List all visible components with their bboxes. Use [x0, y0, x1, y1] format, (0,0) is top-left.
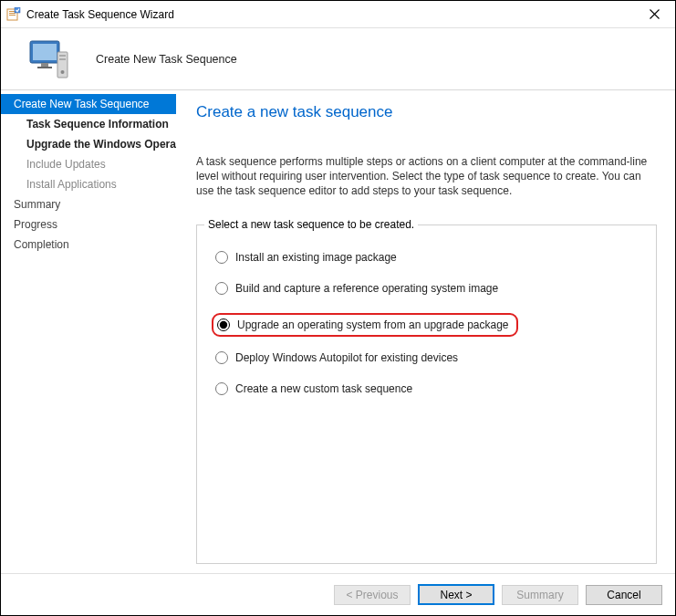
cancel-button[interactable]: Cancel [586, 585, 662, 605]
wizard-footer: < Previous Next > Summary Cancel [1, 573, 675, 615]
option-build-capture[interactable]: Build and capture a reference operating … [215, 282, 641, 295]
svg-rect-11 [59, 58, 66, 60]
summary-button: Summary [502, 585, 578, 605]
svg-point-12 [61, 70, 65, 74]
wizard-header-title: Create New Task Sequence [96, 53, 237, 66]
step-completion[interactable]: Completion [1, 235, 176, 255]
radio-custom[interactable] [215, 382, 228, 395]
option-install-image[interactable]: Install an existing image package [215, 251, 641, 264]
app-icon [6, 7, 21, 22]
radio-label: Create a new custom task sequence [235, 382, 412, 395]
svg-rect-8 [37, 67, 52, 68]
step-task-sequence-information[interactable]: Task Sequence Information [1, 114, 176, 134]
close-button[interactable] [640, 2, 668, 27]
wizard-icon [26, 37, 70, 81]
wizard-main: Create a new task sequence A task sequen… [176, 90, 675, 573]
task-sequence-options-group: Select a new task sequence to be created… [196, 224, 657, 564]
page-heading: Create a new task sequence [196, 103, 657, 121]
option-upgrade-os[interactable]: Upgrade an operating system from an upgr… [212, 313, 518, 337]
page-description: A task sequence performs multiple steps … [196, 154, 657, 199]
option-custom[interactable]: Create a new custom task sequence [215, 382, 641, 395]
next-button[interactable]: Next > [418, 584, 494, 605]
option-autopilot[interactable]: Deploy Windows Autopilot for existing de… [215, 351, 641, 364]
radio-label: Upgrade an operating system from an upgr… [237, 318, 509, 331]
radio-label: Build and capture a reference operating … [235, 282, 498, 295]
wizard-body: Create New Task Sequence Task Sequence I… [1, 90, 675, 573]
svg-rect-6 [33, 44, 57, 60]
radio-install-image[interactable] [215, 251, 228, 264]
step-create-new-task-sequence[interactable]: Create New Task Sequence [1, 94, 176, 114]
svg-rect-10 [59, 55, 66, 57]
window-title: Create Task Sequence Wizard [26, 8, 640, 21]
step-upgrade-windows-os[interactable]: Upgrade the Windows Operating System [1, 134, 176, 154]
titlebar: Create Task Sequence Wizard [1, 1, 675, 28]
step-include-updates[interactable]: Include Updates [1, 154, 176, 174]
svg-rect-7 [41, 63, 48, 67]
radio-label: Install an existing image package [235, 251, 397, 264]
previous-button: < Previous [334, 585, 411, 605]
radio-build-capture[interactable] [215, 282, 228, 295]
step-summary[interactable]: Summary [1, 194, 176, 214]
step-progress[interactable]: Progress [1, 214, 176, 235]
svg-rect-3 [9, 15, 16, 16]
options-legend: Select a new task sequence to be created… [204, 218, 418, 231]
radio-autopilot[interactable] [215, 351, 228, 364]
step-install-applications[interactable]: Install Applications [1, 174, 176, 194]
radio-label: Deploy Windows Autopilot for existing de… [235, 351, 458, 364]
wizard-steps-sidebar: Create New Task Sequence Task Sequence I… [1, 90, 176, 573]
radio-upgrade-os[interactable] [217, 318, 230, 331]
wizard-header: Create New Task Sequence [1, 28, 675, 90]
